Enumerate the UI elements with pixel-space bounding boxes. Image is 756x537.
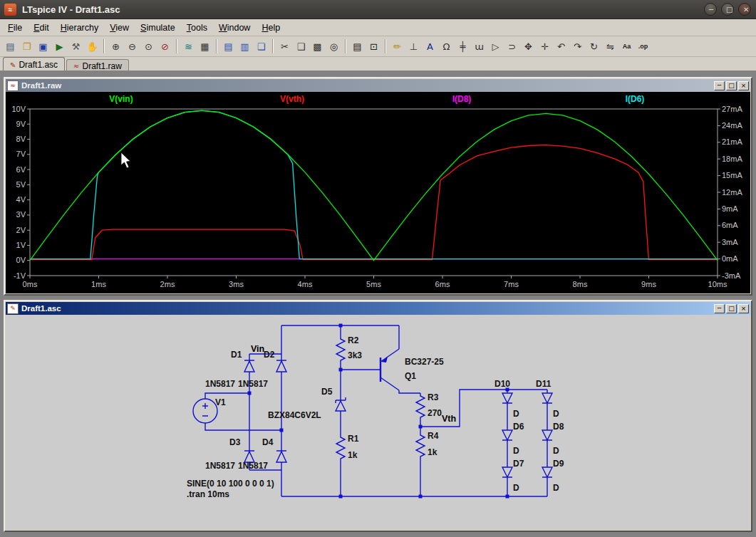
spectrum-button[interactable]: ≋ [180,38,197,54]
resistor-R4[interactable] [416,432,425,459]
maximize-icon[interactable]: □ [721,3,734,16]
text-icon: Aa [623,43,631,50]
component-label: D8 [553,422,564,432]
transistor-Q1[interactable] [380,349,399,390]
cut-button[interactable]: ✂ [276,38,293,54]
paste-icon: ▩ [313,41,321,52]
drag-icon: ✛ [541,41,549,52]
tile-horizontal-button[interactable]: ▤ [220,38,237,54]
menu-tools[interactable]: Tools [181,21,213,35]
zoom-full-extents-button[interactable]: ⊘ [157,38,173,54]
wire-button[interactable]: ✏ [389,38,405,54]
halt-button[interactable]: ✋ [84,38,100,54]
move-icon: ✥ [524,41,532,52]
zoom-back-button[interactable]: ⊖ [124,38,140,54]
minimize-icon[interactable]: ─ [704,3,717,16]
print-preview-button[interactable]: ⊡ [366,38,382,54]
ground-button[interactable]: ⊥ [405,38,422,54]
maximize-icon[interactable]: □ [726,304,737,313]
zoom-area-icon: ⊕ [112,41,120,52]
y-right-label: 0mA [722,254,738,263]
y-right-label: 9mA [722,204,738,213]
schematic-window-titlebar[interactable]: ✎ Draft1.asc ─ □ × [6,302,750,315]
control-panel-button[interactable]: ⚒ [68,38,84,54]
new-schematic-button[interactable]: ▤ [2,38,19,54]
toolbar-group: ▤▥❏ [220,38,269,54]
copy-button[interactable]: ❑ [293,38,309,54]
y-left-label: 2V [16,226,26,234]
window-titlebar[interactable]: ≈ LTspice IV - Draft1.asc ─ □ ✕ [0,0,756,19]
mirror-button[interactable]: ⇋ [602,38,618,54]
undo-icon: ↶ [557,41,565,52]
menu-help[interactable]: Help [256,21,286,35]
zoom-area-button[interactable]: ⊕ [108,38,124,54]
component-label: Q1 [405,371,416,381]
open-button[interactable]: ❐ [19,38,35,54]
menu-edit[interactable]: Edit [28,21,55,35]
trace-name-label: I(D6) [626,94,645,104]
print-button[interactable]: ▤ [349,38,366,54]
run-button[interactable]: ▶ [51,38,68,54]
menu-simulate[interactable]: Simulate [135,21,181,35]
close-icon[interactable]: ✕ [738,3,751,16]
component-label: 1k [428,447,437,457]
trace-V(vin) [30,110,718,261]
tile-vertical-button[interactable]: ▥ [237,38,253,54]
diode-D2[interactable] [276,360,286,372]
resistor-R3[interactable] [416,393,425,420]
resistor-R1[interactable] [336,434,345,462]
plot-window-titlebar[interactable]: ≈ Draft1.raw ─ □ × [6,79,750,92]
paste-button[interactable]: ▩ [309,38,326,54]
close-icon[interactable]: × [738,304,749,313]
trace-V(vth) [30,145,718,260]
capacitor-button[interactable]: ╪ [455,38,471,54]
net-label-button[interactable]: A [422,38,438,54]
schematic-canvas[interactable]: V1 D1 D2 Vin 1N5817 1N5817 D3 D4 1N5817 … [6,315,750,530]
component-button[interactable]: ⊃ [504,38,520,54]
waveform-plot[interactable]: V(vin)V(vth)I(D8)I(D6)10V9V8V7V6V5V4V3V2… [6,92,750,293]
voltage-source-V1[interactable] [193,399,217,423]
minimize-icon[interactable]: ─ [714,81,725,90]
resistor-button[interactable]: Ω [438,38,455,54]
inductor-button[interactable]: ɯ [471,38,487,54]
x-label: 4ms [298,280,313,288]
find-button[interactable]: ◎ [326,38,342,54]
tab-draft1-asc[interactable]: ✎ Draft1.asc [3,57,65,72]
drag-button[interactable]: ✛ [537,38,553,54]
save-button[interactable]: ▣ [35,38,51,54]
x-label: 2ms [160,280,175,288]
zoom-back-icon: ⊖ [128,41,136,52]
component-label: 1N5817 [238,379,268,389]
zoom-fit-icon: ⊙ [145,41,152,52]
diode-D4[interactable] [276,451,286,462]
zoom-fit-button[interactable]: ⊙ [140,38,157,54]
trace-name-label: V(vin) [109,94,133,104]
spice-directive-icon: .op [638,43,648,50]
spice-directive-button[interactable]: .op [635,38,651,54]
close-icon[interactable]: × [738,81,749,90]
cascade-button[interactable]: ❏ [253,38,269,54]
undo-button[interactable]: ↶ [553,38,569,54]
rotate-button[interactable]: ↻ [586,38,602,54]
resistor-R2[interactable] [336,336,345,363]
plot-canvas[interactable]: V(vin)V(vth)I(D8)I(D6)10V9V8V7V6V5V4V3V2… [6,92,750,293]
component-label: D2 [264,350,275,360]
menu-window[interactable]: Window [213,21,256,35]
schematic-editor[interactable]: V1 D1 D2 Vin 1N5817 1N5817 D3 D4 1N5817 … [6,315,750,530]
diode-D1[interactable] [244,360,254,372]
diode-button[interactable]: ▷ [487,38,504,54]
redo-button[interactable]: ↷ [569,38,586,54]
component-label: D [513,409,519,419]
mdi-area: ≈ Draft1.raw ─ □ × V(vin)V(vth)I(D8)I(D6… [0,71,756,537]
menu-view[interactable]: View [104,21,135,35]
toolbar-group: ▤⊡ [349,38,382,54]
y-left-label: -1V [14,271,26,280]
grid-button[interactable]: ▦ [197,38,213,54]
menu-file[interactable]: File [2,21,28,35]
menu-hierarchy[interactable]: Hierarchy [55,21,105,35]
move-button[interactable]: ✥ [520,38,537,54]
diode-icon: ▷ [492,41,499,52]
minimize-icon[interactable]: ─ [714,304,725,313]
text-button[interactable]: Aa [618,38,635,54]
maximize-icon[interactable]: □ [726,81,737,90]
